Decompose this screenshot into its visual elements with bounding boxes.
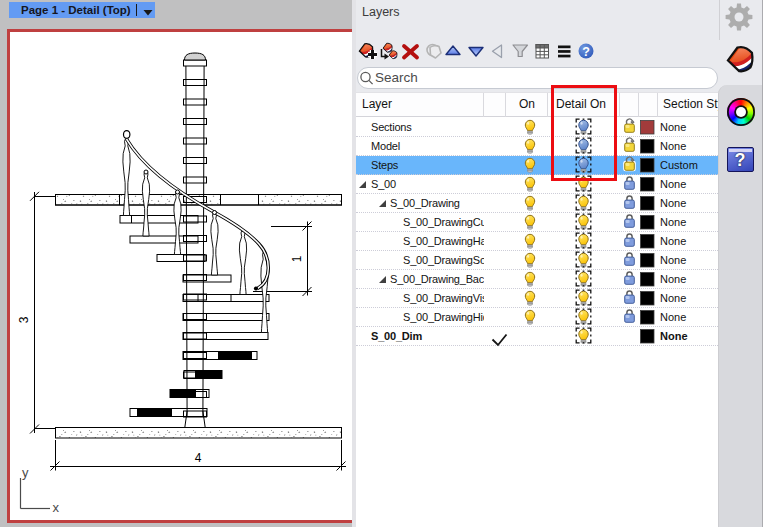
svg-text:3: 3 <box>17 316 31 323</box>
svg-text:x: x <box>53 500 60 515</box>
svg-text:1: 1 <box>290 255 304 262</box>
svg-text:y: y <box>22 465 29 480</box>
svg-text:4: 4 <box>195 451 202 465</box>
